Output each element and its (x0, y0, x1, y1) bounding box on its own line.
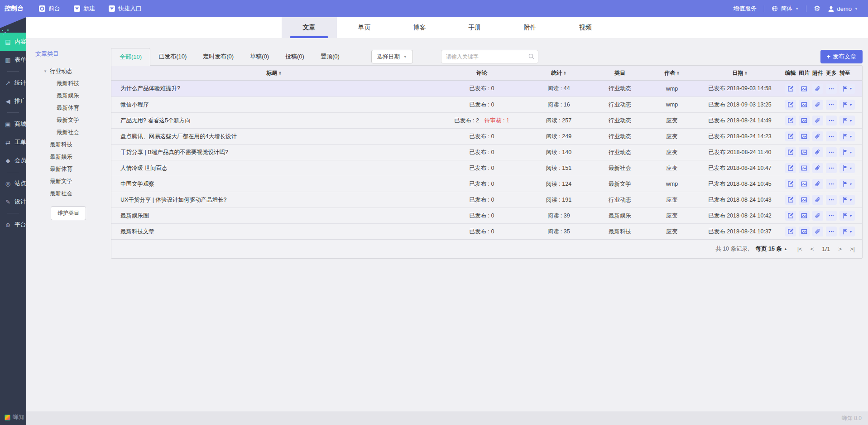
article-title-link[interactable]: 中国文学观察 (111, 180, 436, 188)
more-button[interactable] (826, 116, 837, 126)
status-filter-tab[interactable]: 置顶(0) (312, 48, 348, 65)
goto-button[interactable]: ▼ (839, 147, 855, 157)
article-title-link[interactable]: 最新娱乐圈 (111, 212, 436, 220)
module-tab[interactable]: 附件 (503, 17, 558, 38)
more-button[interactable] (826, 227, 837, 237)
article-title-link[interactable]: 最新科技文章 (111, 228, 436, 236)
attachment-button[interactable] (812, 179, 823, 189)
prev-page-button[interactable]: < (810, 246, 814, 252)
more-button[interactable] (826, 100, 837, 110)
attachment-button[interactable] (812, 211, 823, 221)
edit-button[interactable] (785, 100, 796, 110)
column-header-author[interactable]: 作者▲▼ (649, 69, 695, 77)
attachment-button[interactable] (812, 116, 823, 126)
attachment-button[interactable] (812, 84, 823, 94)
image-button[interactable] (799, 195, 810, 205)
tree-collapse-caret-icon[interactable]: ▼ (43, 69, 50, 73)
article-title-link[interactable]: 微信小程序 (111, 101, 436, 109)
category-panel-title[interactable]: 文章类目 (35, 50, 115, 58)
settings-gear-button[interactable]: ⚙ (814, 5, 820, 12)
image-button[interactable] (799, 211, 810, 221)
search-icon[interactable] (528, 53, 535, 60)
status-filter-tab[interactable]: 定时发布(0) (195, 48, 242, 65)
user-menu[interactable]: demo ▼ (828, 5, 858, 12)
search-input[interactable] (441, 50, 538, 63)
category-tree-item[interactable]: ▼ 行业动态 (35, 65, 115, 77)
maintain-categories-button[interactable]: 维护类目 (51, 206, 86, 220)
column-header-stats[interactable]: 统计▲▼ (527, 69, 590, 77)
edit-button[interactable] (785, 84, 796, 94)
more-button[interactable] (826, 147, 837, 157)
article-title-link[interactable]: 人情冷暖 世间百态 (111, 164, 436, 172)
sidebar-item[interactable]: 平台 (0, 216, 26, 234)
image-button[interactable] (799, 84, 810, 94)
value-added-services-link[interactable]: 增值服务 (733, 5, 757, 13)
module-tab[interactable]: 单页 (337, 17, 392, 38)
goto-button[interactable]: ▼ (839, 163, 855, 173)
next-page-button[interactable]: > (838, 246, 842, 252)
topbar-menu-item[interactable]: 快捷入口 (109, 5, 142, 13)
edit-button[interactable] (785, 163, 796, 173)
goto-button[interactable]: ▼ (839, 227, 855, 237)
goto-button[interactable]: ▼ (839, 195, 855, 205)
category-tree-item[interactable]: 最新社会 (35, 126, 115, 139)
sidebar-item[interactable]: 商城 (0, 115, 26, 133)
sidebar-item[interactable]: 内容 (0, 33, 26, 51)
sidebar-item[interactable]: 设计 (0, 193, 26, 211)
category-tree-item[interactable]: 最新文学 (35, 114, 115, 126)
category-tree-item[interactable]: 最新文学 (35, 175, 115, 188)
first-page-button[interactable]: |< (797, 246, 802, 252)
attachment-button[interactable] (812, 100, 823, 110)
edit-button[interactable] (785, 116, 796, 126)
category-tree-item[interactable]: 最新体育 (35, 163, 115, 175)
topbar-menu-item[interactable]: 前台 (39, 5, 60, 13)
goto-button[interactable]: ▼ (839, 179, 855, 189)
status-filter-tab[interactable]: 全部(10) (111, 48, 150, 66)
topbar-menu-item[interactable]: 新建 (74, 5, 95, 13)
image-button[interactable] (799, 227, 810, 237)
module-tab[interactable]: 博客 (392, 17, 447, 38)
more-button[interactable] (826, 131, 837, 141)
status-filter-tab[interactable]: 草稿(0) (242, 48, 277, 65)
sidebar-item[interactable]: 会员 (0, 151, 26, 169)
category-tree-item[interactable]: 最新娱乐 (35, 90, 115, 102)
publish-article-button[interactable]: + 发布文章 (820, 50, 863, 63)
column-header-date[interactable]: 日期▲▼ (695, 69, 785, 77)
more-button[interactable] (826, 163, 837, 173)
date-filter-button[interactable]: 选择日期 ▼ (371, 50, 413, 63)
column-header-title[interactable]: 标题▲▼ (111, 69, 436, 77)
more-button[interactable] (826, 179, 837, 189)
image-button[interactable] (799, 131, 810, 141)
edit-button[interactable] (785, 147, 796, 157)
article-title-link[interactable]: UX干货分享 | 体验设计如何驱动产品增长? (111, 196, 436, 204)
module-tab[interactable]: 文章 (282, 17, 337, 38)
article-title-link[interactable]: 为什么产品体验难提升? (111, 85, 436, 92)
attachment-button[interactable] (812, 131, 823, 141)
sidebar-item[interactable]: 推广 (0, 92, 26, 110)
status-filter-tab[interactable]: 已发布(10) (150, 48, 195, 65)
module-tab[interactable]: 手册 (447, 17, 503, 38)
sidebar-item[interactable]: 站点 (0, 174, 26, 193)
goto-button[interactable]: ▼ (839, 211, 855, 221)
category-tree-item[interactable]: 最新社会 (35, 188, 115, 200)
more-button[interactable] (826, 84, 837, 94)
edit-button[interactable] (785, 179, 796, 189)
image-button[interactable] (799, 147, 810, 157)
article-title-link[interactable]: 产品无用? 看看这5个新方向 (111, 117, 436, 125)
per-page-selector[interactable]: 每页 15 条 ▲ (756, 245, 787, 253)
article-title-link[interactable]: 干货分享 | B端产品真的不需要视觉设计吗? (111, 149, 436, 156)
module-tab[interactable]: 视频 (558, 17, 613, 38)
goto-button[interactable]: ▼ (839, 84, 855, 94)
category-tree-item[interactable]: 最新科技 (35, 77, 115, 90)
attachment-button[interactable] (812, 227, 823, 237)
image-button[interactable] (799, 163, 810, 173)
edit-button[interactable] (785, 195, 796, 205)
last-page-button[interactable]: >| (850, 246, 855, 252)
image-button[interactable] (799, 116, 810, 126)
more-button[interactable] (826, 195, 837, 205)
goto-button[interactable]: ▼ (839, 116, 855, 126)
goto-button[interactable]: ▼ (839, 100, 855, 110)
sidebar-item[interactable]: 统计 (0, 74, 26, 92)
edit-button[interactable] (785, 211, 796, 221)
image-button[interactable] (799, 100, 810, 110)
